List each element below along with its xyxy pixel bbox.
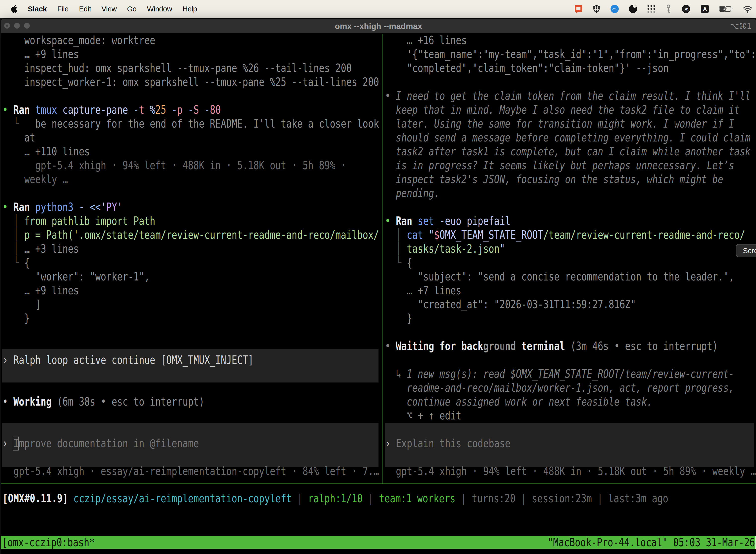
menu-item-file[interactable]: File xyxy=(57,5,69,13)
terminal-segment: • xyxy=(385,89,396,103)
terminal-line: • I need to get the claim token from the… xyxy=(385,89,751,103)
terminal-segment: gro xyxy=(483,339,500,353)
menu-item-go[interactable]: Go xyxy=(127,5,136,13)
active-app-name[interactable]: Slack xyxy=(28,5,47,13)
menu-item-edit[interactable]: Edit xyxy=(79,5,91,13)
pie-circle-icon[interactable] xyxy=(629,4,637,13)
terminal-segment: % xyxy=(144,103,155,116)
badge-61-icon[interactable]: ..61 xyxy=(681,4,691,13)
shield-icon[interactable] xyxy=(592,4,601,13)
terminal-line: … +16 lines xyxy=(385,33,467,47)
terminal-line: gpt-5.4 xhigh · 94% left · 488K in · 5.1… xyxy=(2,158,346,172)
terminal-segment: │ xyxy=(2,228,24,241)
terminal-segment: cat xyxy=(407,228,423,241)
input-source-icon[interactable]: A xyxy=(700,4,709,13)
terminal-line: later. Using the same for transition mig… xyxy=(385,117,734,130)
terminal-segment: tmux xyxy=(30,103,57,116)
wifi-icon[interactable] xyxy=(743,4,753,13)
terminal-segment: • xyxy=(2,103,13,116)
menu-item-window[interactable]: Window xyxy=(147,5,172,13)
terminal-segment: … +110 lines xyxy=(2,145,90,158)
terminal-segment: Waiting for back xyxy=(396,339,483,353)
terminal-segment: › xyxy=(2,437,13,450)
terminal-line: └ be necessary for the end of the README… xyxy=(2,117,379,130)
terminal-segment: $ xyxy=(434,228,440,241)
menu-items: FileEditViewGoWindowHelp xyxy=(47,5,197,13)
terminal-segment: at xyxy=(2,131,35,144)
terminal-segment: - xyxy=(199,103,210,116)
terminal-line: │ … +3 lines xyxy=(2,242,79,256)
battery-charging-icon[interactable] xyxy=(719,4,733,13)
terminal-line: • Waiting for background terminal (3m 46… xyxy=(385,339,718,353)
terminal-segment: pending. xyxy=(385,186,440,200)
terminal-segment: python3 xyxy=(30,200,73,214)
terminal-segment: readme-and-reco/mailbox/worker-1.json, a… xyxy=(385,381,734,394)
terminal-segment: inspect_hud: omx sparkshell --tmux-pane … xyxy=(2,61,352,75)
terminal-segment: - xyxy=(73,200,84,214)
menubar-status-icons: ..61 A xyxy=(574,4,753,13)
terminal-segment: } xyxy=(385,312,412,325)
terminal-segment: … +7 lines xyxy=(385,284,461,297)
terminal-segment: gpt-5.4 xhigh · essay/ai-reimplementatio… xyxy=(2,464,379,478)
terminal-segment: "subject": "send a concise recommendatio… xyxy=(385,270,734,283)
chat-bubble-icon[interactable] xyxy=(574,4,583,13)
terminal-segment: inspect task2's JSON, focusing on the st… xyxy=(385,172,723,186)
window-titlebar[interactable]: omx --xhigh --madmax ⌥⌘1 xyxy=(1,19,756,33)
terminal-segment: { xyxy=(407,256,412,269)
terminal-segment: I xyxy=(13,437,19,450)
terminal-segment: be necessary for the end of the README. … xyxy=(19,117,379,130)
terminal-segment: 25 xyxy=(155,103,166,116)
terminal-segment: } xyxy=(2,312,30,325)
terminal-line: continue assigned work or next feasible … xyxy=(385,395,652,408)
terminal-segment: › xyxy=(2,353,13,367)
terminal-line: • Ran set -euo pipefail xyxy=(385,214,510,228)
terminal-segment: "worker": "worker-1", xyxy=(2,270,150,283)
terminal-segment: (6m 38s • esc to interrupt) xyxy=(52,395,204,408)
keyhole-person-icon[interactable] xyxy=(665,4,672,13)
terminal-segment: - xyxy=(183,103,193,116)
apple-menu-icon[interactable] xyxy=(10,4,18,13)
terminal-line: "worker": "worker-1", xyxy=(2,270,150,283)
terminal-segment: • xyxy=(2,395,13,408)
screen-sharing-label: Scre xyxy=(743,246,756,255)
terminal-segment: ↳ 1 new msg(s): read $OMX_TEAM_STATE_ROO… xyxy=(385,367,734,381)
terminal-segment: -euo pipefail xyxy=(434,214,510,228)
terminal-segment: └ xyxy=(2,117,19,130)
terminal-line: │ p = Path('.omx/state/team/review-curre… xyxy=(2,228,379,242)
terminal-line: • Ran tmux capture-pane -t %25 -p -S -80 xyxy=(2,103,221,117)
terminal-segment: │ xyxy=(385,242,407,256)
window-hotkey: ⌥⌘1 xyxy=(730,19,752,34)
terminal-line: weekly … xyxy=(2,172,68,186)
menu-bar: Slack FileEditViewGoWindowHelp ..61 A xyxy=(0,0,756,18)
terminal-segment: OMX_TEAM_STATE_ROOT xyxy=(440,228,543,241)
hud-segment: turns:20 xyxy=(472,492,515,505)
terminal-segment: is in progress? It seems likely but perh… xyxy=(385,159,734,172)
terminal-line: • Ran python3 - <<'PY' xyxy=(2,200,123,214)
terminal-segment: t xyxy=(139,103,144,116)
terminal-segment: " xyxy=(500,242,505,256)
terminal-segment: inspect_worker-1: omx sparkshell --tmux-… xyxy=(2,75,379,89)
terminal-segment: Ran xyxy=(396,214,412,228)
terminal-segment: terminal xyxy=(516,339,565,353)
terminal-segment: " xyxy=(423,228,434,241)
terminal-line: … +9 lines xyxy=(2,283,79,297)
terminal-line: ] xyxy=(2,297,41,311)
screen-sharing-button[interactable]: Scre xyxy=(736,244,756,257)
menu-item-help[interactable]: Help xyxy=(183,5,197,13)
terminal-line: gpt-5.4 xhigh · 94% left · 488K in · 5.1… xyxy=(385,464,756,478)
terminal-segment: should send a message before completing … xyxy=(385,131,751,144)
terminal-segment: gpt-5.4 xhigh · 94% left · 488K in · 5.1… xyxy=(2,159,346,172)
terminal-segment: '{"team_name":"my-team","task_id":"1","f… xyxy=(385,47,756,61)
tmux-session-label: [omx-cczip0:bash* xyxy=(2,536,95,549)
terminal-segment: … +9 lines xyxy=(2,284,79,297)
terminal-segment: ⌥ + ↑ edit xyxy=(385,409,461,422)
hud-segment: [OMX#0.11.9] xyxy=(2,492,68,505)
terminal-line: inspect_worker-1: omx sparkshell --tmux-… xyxy=(2,75,379,89)
terminal-line: gpt-5.4 xhigh · essay/ai-reimplementatio… xyxy=(2,464,379,478)
hud-segment: | xyxy=(363,492,379,505)
hud-segment: cczip/essay/ai-reimplementation-copyleft xyxy=(68,492,292,505)
messenger-icon[interactable] xyxy=(610,4,619,13)
terminal-segment: │ xyxy=(2,214,24,228)
menu-item-view[interactable]: View xyxy=(102,5,117,13)
dots-grid-icon[interactable] xyxy=(647,4,656,13)
